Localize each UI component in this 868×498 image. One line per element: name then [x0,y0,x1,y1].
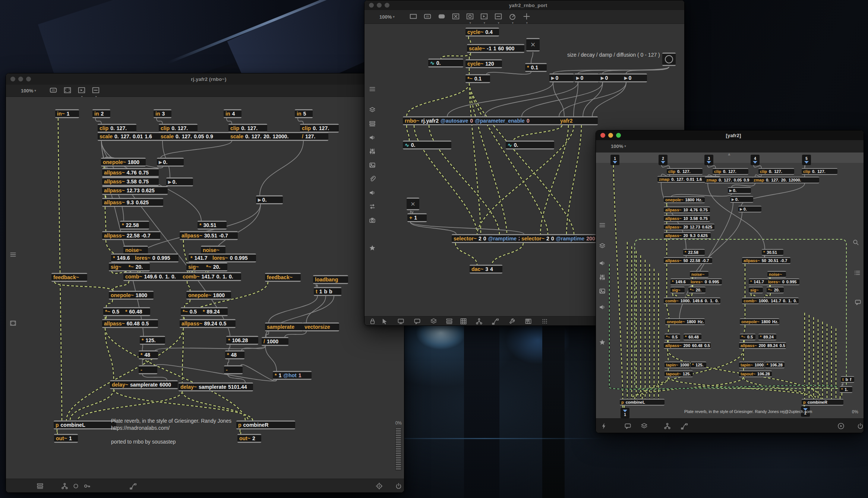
object-box[interactable]: lores~00.995 [767,278,799,285]
object-box[interactable]: clip0.127. [300,124,339,133]
panel-icon[interactable] [10,320,16,327]
object-box[interactable]: *125. [140,336,165,345]
cable-icon[interactable] [130,482,137,489]
signal-number-box[interactable]: ∿0. [428,59,463,67]
speaker-icon[interactable] [369,189,376,196]
magnifier-icon[interactable] [852,239,859,246]
object-box[interactable]: *141.7 [189,253,213,262]
object-box[interactable]: clip0.127. [159,124,198,133]
object-box[interactable]: samplerate [265,322,303,331]
object-box[interactable]: *~0.1 [465,74,490,83]
object-box[interactable]: in2 [92,109,110,118]
object-box[interactable]: sig~ [109,262,128,271]
object-box[interactable]: comb~149.60.1.0. [123,272,184,281]
object-box[interactable]: scale~-1160900 [467,44,524,53]
object-box[interactable]: tapin~1000 [739,362,764,368]
object-box[interactable]: allpass~2012.730.625 [664,224,714,230]
object-box[interactable]: onepole~1800 [109,291,154,300]
object-box[interactable]: clip0.127. [667,168,703,175]
object-box[interactable]: clip0.127. [98,124,136,133]
tree-icon[interactable] [476,318,483,325]
dotsgrid-icon[interactable] [541,318,548,325]
patcher-canvas[interactable]: 0% in~1in2clip0.127.scale0.127.0.011.6in… [6,97,404,479]
object-box[interactable]: *141.7 [749,278,768,285]
titlebar[interactable]: rj.yafr2 (rnbo~) [6,73,404,85]
layers-icon[interactable] [599,243,606,249]
sliders-icon[interactable] [369,148,376,155]
object-box[interactable]: feedback~ [265,273,301,282]
message-tool[interactable]: m [423,12,432,21]
object-box[interactable]: scale0.127.20.12000. [228,132,308,141]
sidebar-toggle-icon[interactable] [368,13,376,21]
object-box[interactable]: lores~00.995 [689,278,722,285]
object-box[interactable]: *60.48 [684,334,701,340]
monitor-icon[interactable] [397,318,404,325]
zoom-caret-icon[interactable]: ▾ [34,89,36,92]
layers-icon[interactable] [430,318,437,325]
float-number-box[interactable]: ▶0. [166,177,193,186]
object-box[interactable]: *0.1 [525,63,547,72]
message-tool[interactable]: m [49,86,58,95]
float-number-box[interactable]: ▶0. [738,206,761,212]
close-button[interactable] [369,3,374,8]
star-icon[interactable] [369,245,376,251]
object-box[interactable]: allpass~104.760.75 [664,207,710,213]
object-box[interactable]: allpass~20060.480.5 [664,342,711,349]
minimize-button[interactable] [18,77,23,82]
zoom-button[interactable] [616,133,621,138]
speaker-icon[interactable] [599,260,606,267]
object-box[interactable]: +1 [407,213,427,222]
toggle-box[interactable]: × [526,38,540,51]
sidebar-toggle-icon[interactable] [600,142,607,150]
power-icon[interactable] [857,423,864,430]
zoom-caret-icon[interactable]: ▾ [393,15,395,19]
object-box[interactable]: allpass~60.480.5 [102,319,158,328]
integer-number-box[interactable]: ▶0 [574,73,599,82]
object-box[interactable]: *89.24 [201,307,228,316]
piano-icon[interactable] [525,318,532,325]
object-box[interactable]: pcombineL [54,420,116,429]
object-box[interactable]: in~1 [55,109,79,118]
object-box[interactable]: tbf [841,376,854,383]
playbar-tool[interactable]: ▾ [78,86,86,95]
chat-icon[interactable] [624,423,631,430]
object-box[interactable]: *149.6 [670,278,690,285]
object-box[interactable]: rnbo~rj.yafr2@autosave0@parameter_enable… [403,116,582,125]
object-box[interactable]: allpass~9.30.625 [102,198,163,207]
rows-icon[interactable] [37,482,44,489]
toggle-box[interactable]: × [407,198,419,210]
traffic-lights[interactable] [369,3,389,8]
image-icon[interactable] [369,162,376,168]
wrench-icon[interactable] [508,318,515,325]
object-box[interactable]: *60.48 [123,307,150,316]
object-box[interactable]: *149.6 [111,253,136,262]
outlet-object[interactable]: 1 [621,408,629,418]
object-box[interactable]: pcombineR [236,420,295,429]
object-box[interactable]: - [224,365,243,374]
hamburger-icon[interactable] [599,222,606,228]
plus-tool[interactable]: ▾ [523,12,531,21]
object-box[interactable]: *125. [691,362,706,368]
signal-number-box[interactable]: ∿0. [506,141,554,149]
signal-number-box[interactable]: ∿0. [403,141,451,149]
object-box[interactable]: *106.28 [226,336,258,345]
lightning-icon[interactable] [600,423,607,430]
object-box[interactable]: *48 [225,350,244,359]
zoom-button[interactable] [26,77,31,82]
object-box[interactable]: *22.58 [683,249,705,256]
object-box[interactable]: *~20. [767,287,784,293]
minimize-button[interactable] [377,3,382,8]
object-box[interactable]: clip0.127. [713,168,748,175]
inlet-object[interactable]: 2 [659,155,667,165]
play-icon[interactable] [837,423,845,430]
hamburger-icon[interactable] [10,251,16,258]
object-box[interactable]: allpass~22.58-0.7 [102,231,160,240]
object-box[interactable]: allpass~89.240.5 [180,319,236,328]
paint-bucket-icon[interactable] [545,13,553,21]
object-box[interactable]: /127. [300,132,328,141]
hamburger-icon[interactable] [369,86,376,92]
object-box[interactable]: allpass~5022.58-0.7 [664,257,712,264]
object-box[interactable]: pcombineR [802,399,843,406]
close-button[interactable] [600,133,605,138]
object-box[interactable]: *30.51 [762,249,783,256]
